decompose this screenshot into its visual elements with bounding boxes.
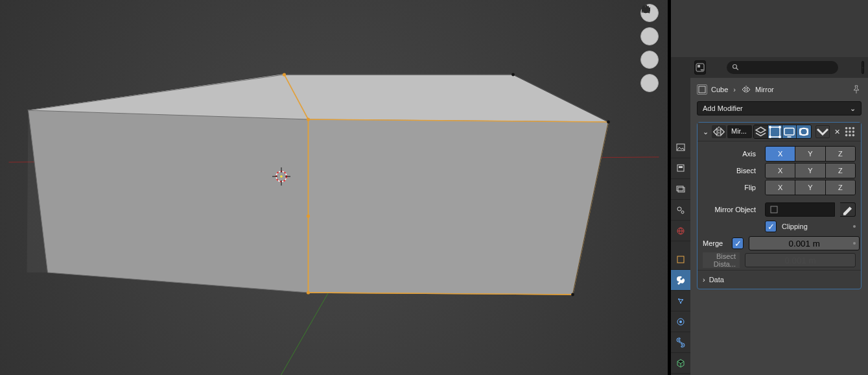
tab-render[interactable]	[671, 138, 690, 158]
bisect-y-button[interactable]: Y	[795, 163, 825, 178]
breadcrumb-modifier[interactable]: Mirror	[741, 86, 774, 93]
tab-physics[interactable]	[671, 311, 690, 332]
outliner-area[interactable]	[671, 0, 868, 57]
properties-header	[690, 57, 868, 78]
tab-data[interactable]	[671, 353, 690, 374]
eyedropper-icon[interactable]	[840, 202, 856, 217]
svg-point-19	[607, 121, 610, 124]
merge-value-field[interactable]	[749, 236, 860, 250]
properties-options-icon[interactable]	[862, 61, 864, 74]
bisect-z-button[interactable]: Z	[826, 163, 855, 178]
properties-tab-strip	[671, 57, 690, 375]
axis-y-button[interactable]: Y	[795, 147, 825, 161]
mirror-object-field[interactable]	[765, 202, 835, 217]
svg-rect-50	[698, 65, 700, 67]
object-icon	[697, 84, 707, 95]
zoom-view-icon[interactable]	[640, 27, 659, 45]
bisect-distance-field	[745, 253, 856, 267]
axis-z-button[interactable]: Z	[826, 147, 855, 161]
svg-point-71	[845, 134, 848, 137]
animatable-dot-icon[interactable]	[853, 242, 856, 245]
svg-point-73	[852, 134, 855, 137]
modifier-collapse-toggle[interactable]: ⌄	[700, 128, 710, 136]
axis-label: Axis	[703, 150, 760, 158]
svg-point-68	[845, 130, 848, 133]
svg-line-52	[736, 68, 738, 70]
display-edit-mode-icon[interactable]	[768, 125, 782, 138]
flip-x-button[interactable]: X	[766, 180, 795, 195]
viewport-3d[interactable]	[0, 0, 668, 375]
axis-x-button[interactable]: X	[766, 147, 795, 161]
editor-type-dropdown[interactable]	[694, 60, 706, 75]
svg-point-66	[849, 127, 851, 130]
properties-search[interactable]	[727, 61, 838, 74]
tab-constraints[interactable]	[671, 332, 690, 353]
mirror-modifier-icon	[712, 125, 726, 138]
flip-row: Flip X Y Z	[703, 179, 856, 196]
svg-point-57	[769, 126, 771, 128]
animatable-dot-icon[interactable]	[853, 225, 856, 228]
svg-point-65	[845, 127, 848, 130]
svg-point-69	[849, 130, 851, 133]
svg-point-67	[852, 127, 855, 130]
svg-rect-43	[677, 256, 684, 263]
breadcrumb-object[interactable]: Cube	[697, 84, 728, 95]
svg-point-40	[677, 207, 681, 211]
search-icon	[732, 64, 740, 71]
svg-point-20	[571, 293, 574, 296]
tab-modifiers[interactable]	[671, 270, 690, 291]
chevron-right-icon: ›	[733, 86, 736, 93]
flip-y-button[interactable]: Y	[795, 180, 825, 195]
merge-label: Merge	[703, 239, 727, 247]
tab-world[interactable]	[671, 221, 690, 241]
breadcrumb-object-label: Cube	[711, 86, 728, 93]
svg-point-51	[733, 65, 737, 69]
add-modifier-label: Add Modifier	[703, 104, 743, 112]
tab-particles[interactable]	[671, 291, 690, 311]
svg-point-16	[307, 214, 310, 217]
svg-rect-56	[770, 127, 780, 137]
modifier-data-subpanel: › Data	[698, 270, 861, 289]
svg-point-15	[307, 117, 310, 121]
svg-point-70	[852, 130, 855, 133]
merge-checkbox[interactable]: ✓	[732, 237, 744, 249]
modifier-name-field[interactable]: Mir...	[727, 125, 752, 138]
modifier-delete-icon[interactable]: ✕	[831, 126, 843, 138]
svg-point-58	[779, 126, 781, 128]
mirror-object-row: Mirror Object	[703, 201, 856, 218]
modifier-extras-dropdown[interactable]	[815, 125, 830, 138]
chevron-down-icon: ⌄	[850, 104, 856, 113]
flip-z-button[interactable]: Z	[826, 180, 855, 195]
tab-object[interactable]	[671, 249, 690, 270]
properties-search-input[interactable]	[744, 64, 833, 71]
pin-icon[interactable]	[851, 84, 862, 95]
clipping-checkbox[interactable]: ✓	[765, 221, 777, 232]
bisect-row: Bisect X Y Z	[703, 162, 856, 179]
tab-view-layer[interactable]	[671, 179, 690, 200]
add-modifier-dropdown[interactable]: Add Modifier ⌄	[697, 101, 862, 115]
tab-scene[interactable]	[671, 200, 690, 221]
breadcrumb: Cube › Mirror	[690, 78, 868, 101]
bisect-distance-label: Bisect Dista...	[703, 252, 740, 268]
data-subpanel-toggle[interactable]: › Data	[703, 276, 856, 284]
bisect-x-button[interactable]: X	[766, 163, 795, 178]
display-viewport-icon[interactable]	[782, 125, 797, 138]
svg-point-17	[307, 291, 310, 294]
object-data-icon	[769, 205, 779, 214]
modifier-header: ⌄ Mir...	[698, 123, 861, 141]
modifier-drag-handle-icon[interactable]	[844, 126, 856, 138]
merge-row: Merge ✓	[703, 235, 856, 252]
clipping-label: Clipping	[782, 223, 808, 230]
svg-rect-53	[699, 86, 705, 93]
mirror-object-label: Mirror Object	[703, 206, 760, 213]
display-render-icon[interactable]	[797, 125, 811, 138]
perspective-toggle-icon[interactable]	[640, 74, 659, 92]
display-on-cage-icon[interactable]	[754, 125, 768, 138]
mirror-icon	[741, 86, 751, 93]
tab-output[interactable]	[671, 158, 690, 179]
chevron-right-icon: ›	[703, 276, 705, 284]
properties-modifiers-panel: Cube › Mirror Add Modifier ⌄	[690, 57, 868, 375]
svg-point-59	[769, 136, 771, 138]
svg-point-63	[801, 128, 808, 136]
camera-view-icon[interactable]	[640, 51, 659, 69]
